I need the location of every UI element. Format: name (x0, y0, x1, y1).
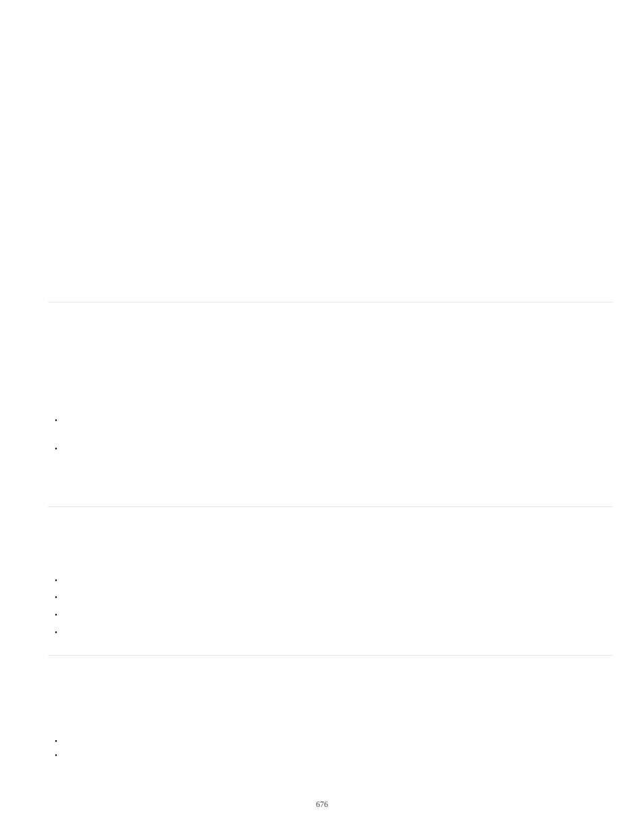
document-page: •••••••• 676 (0, 0, 644, 834)
list3-item: • (50, 738, 62, 745)
bullet-icon: • (50, 446, 62, 452)
bullet-icon: • (50, 612, 62, 619)
list2-item: • (50, 629, 62, 636)
list2-item: • (50, 577, 62, 584)
list2-item: • (50, 594, 62, 601)
bullet-icon: • (50, 629, 62, 636)
list1-item: • (50, 446, 62, 452)
list3-item: • (50, 752, 62, 759)
bullet-icon: • (50, 577, 62, 584)
horizontal-rule-2 (48, 506, 613, 507)
list2-item: • (50, 612, 62, 619)
bullet-icon: • (50, 417, 62, 424)
bullet-icon: • (50, 594, 62, 601)
page-number: 676 (0, 800, 644, 810)
bullet-icon: • (50, 752, 62, 759)
list1-item: • (50, 417, 62, 424)
horizontal-rule-3 (48, 655, 613, 656)
horizontal-rule-1 (48, 302, 613, 303)
bullet-icon: • (50, 738, 62, 745)
